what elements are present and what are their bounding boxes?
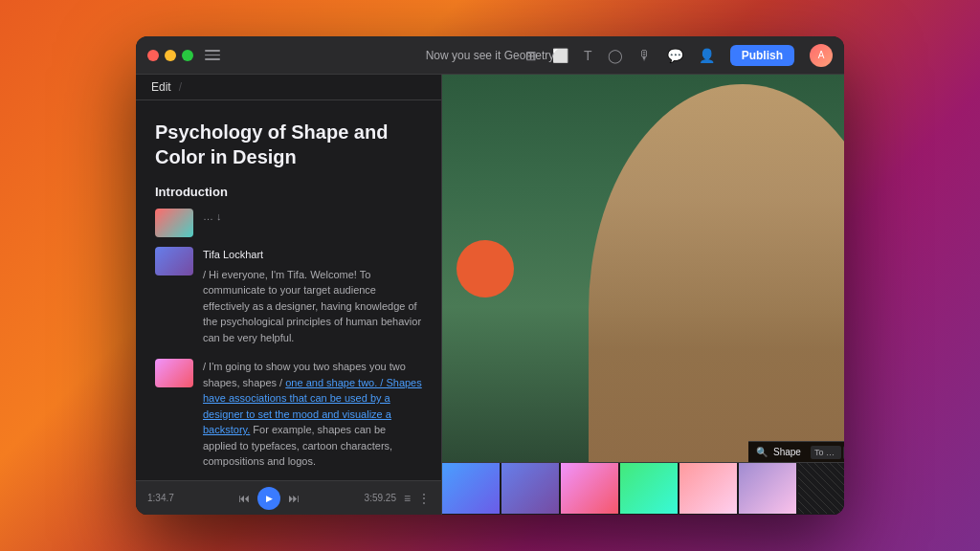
timeline-bar: 1:34.7 ⏮ ▶ ⏭ 3:59.25 ≡ ⋮: [136, 480, 441, 515]
play-icon: ▶: [266, 494, 273, 503]
skip-forward-button[interactable]: ⏭: [288, 492, 300, 505]
time-current: 1:34.7: [147, 493, 174, 503]
video-frame: [442, 75, 844, 462]
list-icon[interactable]: ≡: [404, 492, 411, 505]
film-frame[interactable]: [561, 463, 618, 514]
doc-entry: Tifa Lockhart / Hi everyone, I'm Tifa. W…: [155, 247, 422, 349]
publish-button[interactable]: Publish: [730, 45, 794, 66]
thumbnail: [155, 247, 193, 276]
image-icon[interactable]: ⬜: [552, 48, 568, 63]
doc-panel: Edit / Psychology of Shape and Color in …: [136, 75, 442, 515]
close-button[interactable]: [147, 50, 159, 61]
subtitle-icon: 🔍: [756, 447, 768, 457]
text-icon[interactable]: T: [584, 48, 592, 63]
avatar: A: [810, 44, 833, 67]
play-button[interactable]: ▶: [257, 487, 280, 510]
film-frame[interactable]: [442, 463, 500, 514]
filmstrip[interactable]: [442, 462, 844, 515]
red-circle-shape: [457, 240, 514, 298]
doc-entry: … ↓: [155, 209, 422, 237]
timeline-controls: ⏮ ▶ ⏭: [182, 487, 357, 510]
thumbnail: [155, 209, 193, 237]
app-window: Now you see it Geometry ⊞ ⬜ T ◯ 🎙 💬 👤 Pu…: [136, 36, 844, 515]
skip-back-button[interactable]: ⏮: [238, 492, 250, 505]
maximize-button[interactable]: [182, 50, 193, 61]
shape-label: Shape: [773, 447, 801, 457]
toolbar-icons: ⊞ ⬜ T ◯ 🎙 💬 👤 Publish A: [525, 44, 833, 67]
timeline-right-icons: ≡ ⋮: [404, 492, 430, 505]
subtitle-segment: To communicate to your target audience..…: [811, 446, 841, 459]
doc-content[interactable]: Psychology of Shape and Color in Design …: [136, 100, 441, 480]
video-panel: 🔍 Shape To communicate to your target au…: [442, 75, 844, 515]
entry-body: / I'm going to show you two shapes you t…: [203, 359, 422, 470]
section-title: Introduction: [155, 185, 422, 199]
film-frame[interactable]: [798, 463, 844, 514]
thumbnail: [155, 359, 193, 387]
time-total: 3:59.25: [365, 493, 396, 503]
film-frame[interactable]: [501, 463, 559, 514]
doc-entry: / I'm going to show you two shapes you t…: [155, 359, 422, 474]
speaker-name: Tifa Lockhart: [203, 247, 422, 263]
film-frame[interactable]: [739, 463, 796, 514]
entry-text: / I'm going to show you two shapes you t…: [203, 359, 422, 474]
minimize-button[interactable]: [165, 50, 176, 61]
subtitle-segment: shapes one and shape two...: [843, 446, 844, 459]
menu-icon[interactable]: [205, 48, 220, 63]
filmstrip-inner: [442, 463, 844, 515]
window-title: Now you see it Geometry: [426, 49, 555, 62]
subtitle-segments: To communicate to your target audience..…: [811, 446, 844, 459]
doc-title: Psychology of Shape and Color in Design: [155, 120, 422, 169]
doc-entries: … ↓ Tifa Lockhart / Hi everyone, I'm Tif…: [155, 209, 422, 480]
edit-label[interactable]: Edit: [151, 80, 171, 94]
entry-text: … ↓: [203, 209, 222, 229]
title-bar: Now you see it Geometry ⊞ ⬜ T ◯ 🎙 💬 👤 Pu…: [136, 36, 844, 75]
entry-text: Tifa Lockhart / Hi everyone, I'm Tifa. W…: [203, 247, 422, 349]
video-content: [442, 75, 844, 462]
entry-body: / Hi everyone, I'm Tifa. Welcome! To com…: [203, 267, 422, 346]
toolbar-separator: /: [179, 80, 182, 94]
more-icon[interactable]: ⋮: [418, 492, 430, 505]
subtitle-bar: 🔍 Shape To communicate to your target au…: [748, 441, 844, 462]
film-frame[interactable]: [679, 463, 737, 514]
main-content: Edit / Psychology of Shape and Color in …: [136, 75, 844, 515]
highlight-text: one and shape two. / Shapes have associa…: [203, 377, 422, 436]
film-frame[interactable]: [620, 463, 678, 514]
video-background: [442, 75, 844, 462]
traffic-lights: [147, 50, 193, 61]
doc-toolbar: Edit /: [136, 75, 441, 100]
shape-icon[interactable]: ◯: [608, 48, 623, 63]
mic-icon[interactable]: 🎙: [638, 48, 652, 63]
comment-icon[interactable]: 💬: [667, 48, 683, 63]
user-icon[interactable]: 👤: [699, 48, 715, 63]
